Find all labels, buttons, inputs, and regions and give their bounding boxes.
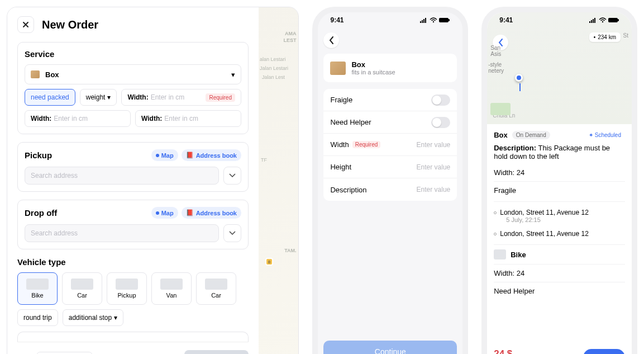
map-area[interactable]: • 234 km St San Asis -style netery Chula… xyxy=(487,12,632,124)
box-options-list: Fraigle Need Helper Width Required Enter… xyxy=(323,89,457,201)
wifi-icon xyxy=(430,17,437,23)
dropoff-address: London, Street 11, Avenue 12 xyxy=(494,226,625,241)
helper-toggle[interactable] xyxy=(431,117,450,128)
fragile-line: Fragile xyxy=(494,182,625,199)
phone-order-detail: 9:41 • 234 km St San Asis -style netery … xyxy=(481,7,637,354)
chevron-down-icon: ▾ xyxy=(231,70,235,79)
pickup-map-button[interactable]: Map xyxy=(151,149,178,161)
round-trip-chip[interactable]: round trip xyxy=(17,309,58,326)
dropoff-heading: Drop off xyxy=(25,208,57,218)
map-pin-icon xyxy=(156,154,159,157)
svg-rect-8 xyxy=(591,20,592,23)
vehicle-van[interactable]: Van xyxy=(151,272,192,305)
chevron-down-icon xyxy=(229,173,236,178)
required-badge: Required xyxy=(206,93,235,102)
map-pin-icon xyxy=(156,211,159,215)
map-pin-icon xyxy=(515,74,523,82)
vehicle-section: Vehicle type Bike Car Pickup Van Car rou… xyxy=(17,257,249,326)
vehicle-car-2[interactable]: Car xyxy=(196,272,236,305)
status-bar: 9:41 xyxy=(318,12,462,28)
vehicle-car[interactable]: Car xyxy=(62,272,102,305)
box-icon xyxy=(330,62,346,75)
status-icons xyxy=(589,17,619,23)
pickup-expand-button[interactable] xyxy=(223,167,241,185)
scheduled-tag: ✦ Scheduled xyxy=(585,131,625,139)
pickup-truck-icon xyxy=(116,279,138,290)
close-button[interactable] xyxy=(17,16,34,33)
dropoff-expand-button[interactable] xyxy=(223,224,241,242)
on-demand-tag: On Demand xyxy=(512,131,550,139)
payer-select[interactable]: By Reciever ▾ xyxy=(36,352,93,354)
map-label: San Asis xyxy=(490,45,501,57)
fragile-row: Fraigle xyxy=(323,89,457,111)
additional-stop-chip[interactable]: additional stop ▾ xyxy=(63,309,123,326)
svg-rect-2 xyxy=(423,19,424,23)
status-time: 9:41 xyxy=(330,16,344,24)
vehicle-line: Bike xyxy=(494,244,625,265)
svg-rect-12 xyxy=(608,18,618,22)
origin-dot-icon xyxy=(494,211,497,214)
pickup-heading: Pickup xyxy=(25,150,52,160)
map-park-icon xyxy=(490,103,511,115)
box-title: Box xyxy=(351,60,395,69)
need-packed-chip[interactable]: need packed xyxy=(25,89,75,106)
height-row[interactable]: Height Enter value xyxy=(323,156,457,178)
battery-icon xyxy=(439,17,450,23)
car-icon xyxy=(205,279,227,290)
chevron-left-icon xyxy=(329,36,334,44)
width-line: Width: 24 xyxy=(494,164,625,182)
pickup-address: London, Street 11, Avenue 12 5 July, 22:… xyxy=(494,205,625,226)
battery-icon xyxy=(608,17,619,23)
destination-dot-icon xyxy=(494,233,497,235)
width-input-3[interactable]: Width: Enter in cm xyxy=(135,110,241,127)
chevron-down-icon xyxy=(229,231,236,235)
svg-rect-3 xyxy=(425,18,426,23)
service-select[interactable]: Box ▾ xyxy=(25,64,241,84)
status-icons xyxy=(420,17,450,23)
fragile-toggle[interactable] xyxy=(431,95,450,106)
required-badge: Required xyxy=(352,141,381,148)
distance-badge: • 234 km xyxy=(589,32,621,42)
dropoff-address-book-button[interactable]: 📕Address book xyxy=(182,207,241,219)
vehicle-width-line: Width: 24 xyxy=(494,265,625,282)
svg-rect-13 xyxy=(618,19,619,21)
box-icon xyxy=(31,70,40,78)
description-line: Description: This Package must be hold d… xyxy=(494,144,625,161)
svg-rect-10 xyxy=(594,18,595,23)
service-value: Box xyxy=(45,70,59,79)
pickup-search-input[interactable]: Search address xyxy=(25,167,219,185)
dropoff-map-button[interactable]: Map xyxy=(151,207,178,219)
vehicle-bike[interactable]: Bike xyxy=(17,272,58,305)
svg-rect-0 xyxy=(420,21,421,23)
car-icon xyxy=(71,279,93,290)
bike-icon xyxy=(26,279,49,290)
accept-button[interactable]: Accept xyxy=(583,349,625,354)
width-input-1[interactable]: Width: Enter in cm Required xyxy=(121,89,241,106)
order-detail-content: Box On Demand ✦ Scheduled Description: T… xyxy=(487,124,632,354)
box-info-card: Box fits in a suitcase xyxy=(323,54,457,82)
send-order-button[interactable]: Send Order xyxy=(184,350,249,354)
order-footer: 24 $ By Cash ⏱01:24 Accept xyxy=(494,343,625,354)
continue-button[interactable]: Continue xyxy=(323,341,457,354)
svg-rect-7 xyxy=(589,21,590,23)
svg-rect-5 xyxy=(439,18,449,22)
svg-point-11 xyxy=(602,21,603,22)
dropoff-search-input[interactable]: Search address xyxy=(25,224,219,242)
map-area[interactable]: AMA LEST alan Lestari Jalan Lestari Jala… xyxy=(259,7,298,354)
chevron-down-icon: ▾ xyxy=(107,93,111,101)
vehicle-pickup[interactable]: Pickup xyxy=(107,272,147,305)
wifi-icon xyxy=(599,17,607,23)
book-icon: 📕 xyxy=(186,152,194,159)
service-heading: Service xyxy=(25,49,241,59)
pickup-address-book-button[interactable]: 📕Address book xyxy=(182,149,241,161)
signal-icon xyxy=(420,17,428,23)
chevron-down-icon: ▾ xyxy=(114,314,117,322)
width-input-2[interactable]: Width: Enter in cm xyxy=(25,110,131,127)
back-button[interactable] xyxy=(323,32,339,48)
service-card: Service Box ▾ need packed weight ▾ Width… xyxy=(17,42,249,134)
map-label: St xyxy=(623,32,628,39)
weight-chip[interactable]: weight ▾ xyxy=(80,89,117,106)
signal-icon xyxy=(589,17,597,23)
width-row[interactable]: Width Required Enter value xyxy=(323,134,457,156)
description-row[interactable]: Description Enter value xyxy=(323,178,457,201)
